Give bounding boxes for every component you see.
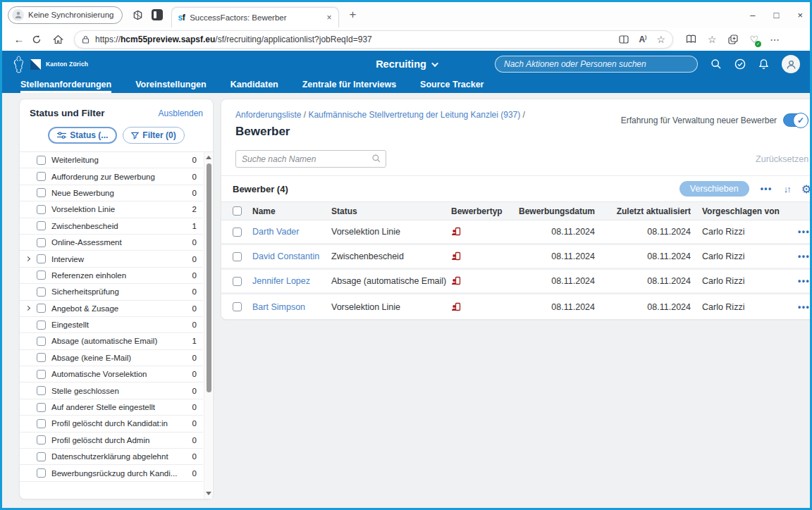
settings-more-icon[interactable]: ⋯ — [770, 34, 780, 45]
search-icon[interactable] — [710, 58, 722, 70]
home-icon[interactable] — [53, 35, 70, 44]
sort-icon[interactable]: ↓↑ — [784, 184, 790, 194]
module-switcher[interactable]: Recruiting — [376, 58, 436, 70]
window-minimize-button[interactable]: – — [750, 10, 755, 20]
status-checkbox[interactable] — [37, 270, 46, 280]
row-checkbox[interactable] — [233, 228, 242, 237]
name-search-input[interactable] — [235, 150, 386, 168]
status-checkbox[interactable] — [37, 403, 46, 412]
new-tab-button[interactable]: + — [349, 8, 356, 22]
applicant-name-link[interactable]: Darth Vader — [252, 227, 299, 237]
status-checkbox[interactable] — [37, 205, 46, 214]
row-checkbox[interactable] — [233, 302, 242, 311]
breadcrumb-link-requisitions[interactable]: Anforderungsliste — [235, 110, 301, 120]
row-overflow-icon[interactable]: ••• — [798, 302, 810, 312]
status-filter-item[interactable]: Stelle geschlossen0 — [20, 382, 203, 399]
sidebar-scrollbar[interactable] — [204, 152, 212, 499]
status-checkbox[interactable] — [37, 370, 46, 379]
status-filter-item[interactable]: Profil gelöscht durch Kandidat:in0 — [20, 416, 203, 432]
active-tab[interactable]: sf SuccessFactors: Bewerber × — [171, 7, 339, 27]
user-avatar[interactable] — [782, 55, 800, 73]
status-filter-item[interactable]: Profil gelöscht durch Admin0 — [20, 433, 203, 449]
status-checkbox[interactable] — [37, 304, 46, 313]
split-window-icon[interactable] — [686, 35, 696, 44]
status-filter-item[interactable]: Eingestellt0 — [20, 317, 203, 333]
status-checkbox[interactable] — [37, 468, 46, 478]
status-filter-item[interactable]: Absage (automatische Email)1 — [20, 333, 203, 349]
status-filter-item[interactable]: Interview0 — [20, 251, 203, 267]
nav-tab-stellenanforderungen[interactable]: Stellenanforderungen — [20, 80, 111, 93]
name-search-icon[interactable] — [371, 154, 381, 163]
status-checkbox[interactable] — [37, 238, 46, 247]
status-filter-item[interactable]: Referenzen einholen0 — [20, 268, 203, 284]
status-filter-item[interactable]: Angebot & Zusage0 — [20, 301, 203, 317]
nav-tab-kandidaten[interactable]: Kandidaten — [230, 80, 278, 93]
favorites-star-icon[interactable]: ☆ — [656, 34, 665, 45]
status-checkbox[interactable] — [37, 419, 46, 428]
todo-check-icon[interactable] — [734, 58, 746, 70]
status-filter-item[interactable]: Datenschutzerklärung abgelehnt0 — [20, 449, 203, 465]
status-checkbox[interactable] — [37, 337, 46, 346]
row-overflow-icon[interactable]: ••• — [798, 276, 810, 286]
kanton-zuerich-logo[interactable]: Kanton Zürich — [12, 55, 88, 74]
url-field[interactable]: https://hcm55preview.sapsf.eu/sf/recruit… — [74, 30, 673, 49]
applicant-name-link[interactable]: Bart Simpson — [252, 302, 305, 312]
applicant-name-link[interactable]: David Constantin — [252, 251, 319, 261]
status-filter-item[interactable]: Absage (keine E-Mail)0 — [20, 350, 203, 366]
status-filter-item[interactable]: Aufforderung zur Bewerbung0 — [20, 168, 203, 185]
refresh-icon[interactable] — [32, 35, 49, 44]
nav-tab-voreinstellungen[interactable]: Voreinstellungen — [135, 80, 206, 93]
status-checkbox[interactable] — [37, 435, 46, 444]
status-checkbox[interactable] — [37, 254, 46, 263]
nav-tab-zentrale-f-r-interviews[interactable]: Zentrale für Interviews — [302, 80, 396, 93]
status-checkbox[interactable] — [37, 172, 46, 181]
status-filter-item[interactable]: Weiterleitung0 — [20, 152, 203, 168]
site-lock-icon[interactable] — [82, 35, 90, 44]
row-overflow-icon[interactable]: ••• — [798, 227, 810, 237]
tab-actions-icon[interactable] — [152, 9, 163, 20]
back-icon[interactable]: ← — [11, 33, 27, 45]
table-overflow-icon[interactable]: ••• — [761, 184, 773, 194]
scroll-down-icon[interactable] — [206, 492, 211, 495]
expand-chevron-icon[interactable] — [25, 306, 30, 311]
status-checkbox[interactable] — [37, 221, 46, 230]
select-all-checkbox[interactable] — [233, 206, 242, 216]
table-settings-gear-icon[interactable]: ⚙ — [801, 182, 810, 196]
status-filter-item[interactable]: Bewerbungsrückzug durch Kandi...0 — [20, 465, 203, 481]
workspaces-icon[interactable] — [133, 10, 143, 20]
row-checkbox[interactable] — [233, 252, 242, 261]
status-checkbox[interactable] — [37, 452, 46, 461]
global-search-input[interactable] — [495, 56, 698, 73]
status-pill-button[interactable]: Status (... — [48, 127, 117, 144]
status-filter-item[interactable]: Vorselektion Linie2 — [20, 201, 203, 218]
status-checkbox[interactable] — [37, 353, 46, 362]
status-filter-item[interactable]: Sicherheitsprüfung0 — [20, 284, 203, 300]
move-button[interactable]: Verschieben — [679, 181, 749, 197]
row-overflow-icon[interactable]: ••• — [798, 251, 810, 261]
status-filter-item[interactable]: Online-Assessment0 — [20, 235, 203, 251]
nav-tab-source-tracker[interactable]: Source Tracker — [420, 80, 484, 93]
scroll-up-icon[interactable] — [206, 156, 211, 159]
applicant-name-link[interactable]: Jennifer Lopez — [252, 276, 310, 286]
tab-close-icon[interactable]: × — [325, 13, 333, 23]
collections-icon[interactable]: ☆ — [708, 34, 717, 45]
row-checkbox[interactable] — [233, 277, 242, 286]
notifications-bell-icon[interactable] — [758, 58, 769, 70]
status-filter-item[interactable]: Automatische Vorselektion0 — [20, 366, 203, 382]
status-filter-item[interactable]: Zwischenbescheid1 — [20, 218, 203, 235]
breadcrumb-link-job[interactable]: Kaufmännische Stellvertretung der Leitun… — [308, 110, 520, 120]
browser-essentials-icon[interactable]: ♡ — [750, 34, 759, 45]
expand-chevron-icon[interactable] — [25, 256, 30, 261]
add-to-collection-icon[interactable] — [728, 35, 739, 44]
status-filter-item[interactable]: Neue Bewerbung0 — [20, 185, 203, 201]
status-filter-item[interactable]: Auf anderer Stelle eingestellt0 — [20, 399, 203, 416]
hide-panel-link[interactable]: Ausblenden — [159, 108, 203, 118]
scrollbar-thumb[interactable] — [207, 163, 211, 392]
window-maximize-button[interactable]: □ — [774, 10, 780, 20]
status-checkbox[interactable] — [37, 386, 46, 395]
status-checkbox[interactable] — [37, 188, 46, 197]
experience-toggle[interactable]: ✓ — [783, 113, 808, 127]
reset-link[interactable]: Zurücksetzen — [756, 154, 808, 164]
status-checkbox[interactable] — [37, 321, 46, 330]
browser-profile-button[interactable]: Keine Synchronisierung — [8, 6, 123, 24]
